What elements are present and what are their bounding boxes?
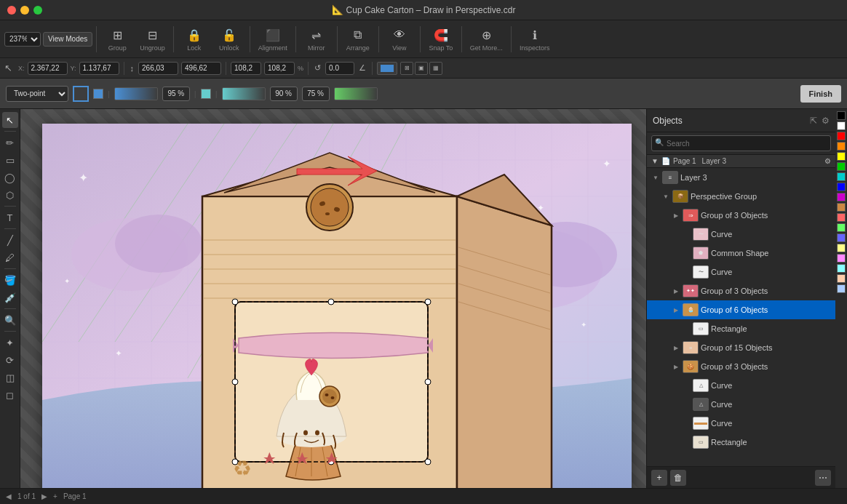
group3-1-arrow[interactable]: ▶ <box>672 212 680 219</box>
prev-page-button[interactable]: ◀ <box>6 492 12 500</box>
persp-blue-color[interactable] <box>93 89 103 99</box>
group3-2-arrow[interactable]: ▶ <box>672 288 680 295</box>
color-sky-blue[interactable] <box>837 284 846 293</box>
color-yellow[interactable] <box>837 152 846 161</box>
blend-tool[interactable]: ⟳ <box>2 352 18 368</box>
toolbar-getmore-btn[interactable]: ⊕ Get More... <box>466 25 507 53</box>
close-button[interactable] <box>7 6 16 15</box>
fill-color-box[interactable] <box>377 62 397 75</box>
tree-group3-3[interactable]: ▶ 🍪 Group of 3 Objects <box>647 357 835 376</box>
width2-input[interactable] <box>231 62 261 75</box>
toolbar-ungroup-btn[interactable]: ⊟ Ungroup <box>135 25 170 53</box>
delete-layer-button[interactable]: 🗑 <box>670 470 686 486</box>
zoom-tool[interactable]: 🔍 <box>2 312 18 328</box>
height2-input[interactable] <box>264 62 295 75</box>
angle-input[interactable] <box>325 62 354 75</box>
text-tool[interactable]: T <box>2 209 18 225</box>
color-white[interactable] <box>837 121 846 130</box>
perspective-color-box-1[interactable] <box>73 86 89 102</box>
color-blue[interactable] <box>837 183 846 191</box>
tree-rectangle-1[interactable]: ▶ ▭ Rectangle <box>647 319 835 338</box>
wireframe-icon[interactable]: ⊠ <box>400 62 413 75</box>
tree-group6[interactable]: ▶ 🧁 Group of 6 Objects <box>647 300 835 319</box>
layer-expand-arrow[interactable]: ▼ <box>651 157 659 165</box>
ellipse-tool[interactable]: ◯ <box>2 169 18 185</box>
opacity1-input[interactable] <box>162 87 190 101</box>
toolbar-arrange-btn[interactable]: ⧉ Arrange <box>341 25 375 53</box>
persp-group-arrow[interactable]: ▼ <box>661 193 670 200</box>
line-tool[interactable]: ╱ <box>2 232 18 248</box>
color-cyan[interactable] <box>837 172 846 181</box>
color-orange[interactable] <box>837 142 846 151</box>
search-input[interactable] <box>651 135 831 151</box>
canvas-area[interactable]: ✦ ✦ ✦ ✦ ✦ ✦ <box>20 109 646 488</box>
tree-group3-1[interactable]: ▶ ⇒ Group of 3 Objects <box>647 206 835 225</box>
perspective-mode-select[interactable]: Two-point One-point Three-point <box>6 86 68 102</box>
tree-group15[interactable]: ▶ ≡ Group of 15 Objects <box>647 338 835 357</box>
panel-expand-icon[interactable]: ⇱ <box>810 116 817 126</box>
toolbar-unlock-btn[interactable]: 🔓 Unlock <box>212 25 246 53</box>
tree-perspective-group[interactable]: ▼ 📦 Perspective Group <box>647 187 835 206</box>
tree-curve-2[interactable]: ▶ 〜 Curve <box>647 263 835 281</box>
color-green[interactable] <box>837 162 846 171</box>
add-layer-button[interactable]: + <box>651 470 667 486</box>
panel-settings-icon[interactable]: ⚙ <box>822 116 830 126</box>
tree-curve-4[interactable]: ▶ △ Curve <box>647 395 835 414</box>
tree-layer3[interactable]: ▼ ≡ Layer 3 <box>647 168 835 187</box>
zoom-select[interactable]: 237%100%150%200% <box>4 32 41 47</box>
color-light-green[interactable] <box>837 223 846 232</box>
color-light-cyan[interactable] <box>837 264 846 273</box>
opacity2-input[interactable] <box>270 87 298 101</box>
color-light-yellow[interactable] <box>837 244 846 252</box>
tree-curve-3[interactable]: ▶ △ Curve <box>647 376 835 395</box>
freehand-tool[interactable]: ✏ <box>2 135 18 151</box>
art-canvas[interactable]: ✦ ✦ ✦ ✦ ✦ ✦ <box>42 124 632 488</box>
interactive-tool[interactable]: ✦ <box>2 335 18 351</box>
toolbar-view-btn[interactable]: 👁 View <box>383 25 416 53</box>
tree-rectangle-2[interactable]: ▶ ▭ Rectangle <box>647 433 835 452</box>
tree-curve-1[interactable]: ▶ 〜 Curve <box>647 225 835 244</box>
color-black[interactable] <box>837 111 846 120</box>
group3-3-arrow[interactable]: ▶ <box>672 364 680 370</box>
shaded-icon[interactable]: ▦ <box>429 62 442 75</box>
selection-tool[interactable]: ↖ <box>2 112 18 128</box>
add-page-button[interactable]: + <box>53 492 57 500</box>
footer-settings-button[interactable]: ⋯ <box>815 470 831 486</box>
toolbar-snapto-btn[interactable]: 🧲 Snap To <box>424 25 458 53</box>
tree-group3-2[interactable]: ▶ ✦✦ Group of 3 Objects <box>647 281 835 300</box>
solid-icon[interactable]: ▣ <box>415 62 428 75</box>
persp-green-color[interactable] <box>201 89 211 99</box>
layer3-arrow[interactable]: ▼ <box>651 175 660 181</box>
opacity3-input[interactable] <box>302 87 330 101</box>
toolbar-mirror-btn[interactable]: ⇌ Mirror <box>300 25 333 53</box>
color-brown[interactable] <box>837 203 846 212</box>
color-light-purple[interactable] <box>837 254 846 263</box>
toolbar-group-btn[interactable]: ⊞ Group <box>100 25 134 53</box>
maximize-button[interactable] <box>33 6 42 15</box>
toolbar-alignment-btn[interactable]: ⬛ Alignment <box>254 25 292 53</box>
width-input[interactable] <box>138 62 178 75</box>
layer-settings-icon[interactable]: ⚙ <box>824 157 831 165</box>
finish-button[interactable]: Finish <box>800 85 841 103</box>
transparency-tool[interactable]: ◻ <box>2 387 18 403</box>
group6-arrow[interactable]: ▶ <box>672 307 680 313</box>
toolbar-inspectors-btn[interactable]: ℹ Inspectors <box>515 25 554 53</box>
color-light-blue[interactable] <box>837 233 846 242</box>
height-input[interactable] <box>181 62 221 75</box>
rectangle-tool[interactable]: ▭ <box>2 152 18 168</box>
color-purple[interactable] <box>837 193 846 201</box>
color-peach[interactable] <box>837 274 846 283</box>
shadow-tool[interactable]: ◫ <box>2 369 18 385</box>
fill-tool[interactable]: 🪣 <box>2 272 18 288</box>
x-input[interactable] <box>28 62 68 75</box>
pen-tool[interactable]: 🖊 <box>2 249 18 265</box>
window-controls[interactable] <box>7 6 42 15</box>
y-input[interactable] <box>79 62 119 75</box>
toolbar-lock-btn[interactable]: 🔒 Lock <box>178 25 211 53</box>
minimize-button[interactable] <box>20 6 29 15</box>
polygon-tool[interactable]: ⬡ <box>2 187 18 203</box>
tree-common-shape[interactable]: ▶ ⬟ Common Shape <box>647 244 835 263</box>
group15-arrow[interactable]: ▶ <box>672 345 680 351</box>
eyedropper-tool[interactable]: 💉 <box>2 289 18 305</box>
enhanced-button[interactable]: View Modes <box>43 32 92 47</box>
